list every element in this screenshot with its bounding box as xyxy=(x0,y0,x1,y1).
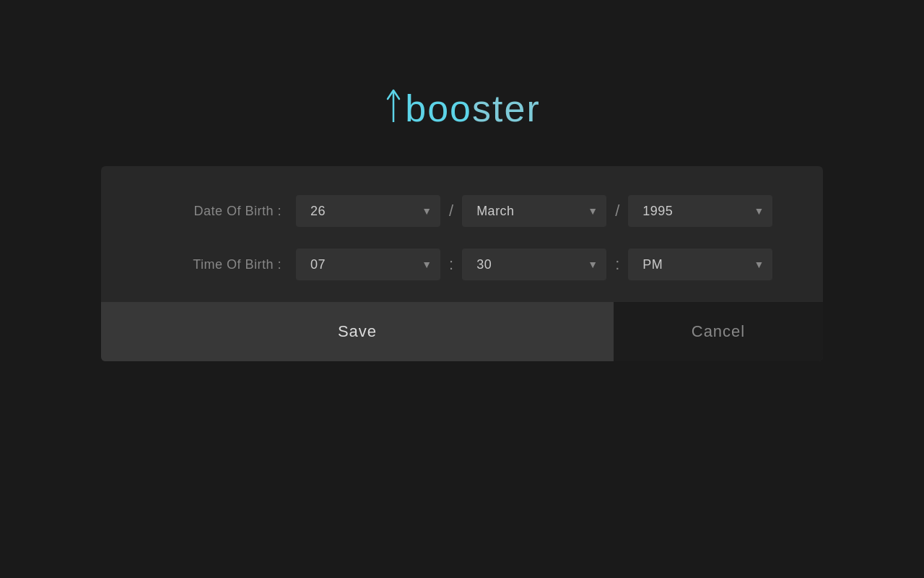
save-button[interactable]: Save xyxy=(101,302,614,361)
day-select[interactable]: 0102030405060708091011121314151617181920… xyxy=(296,195,440,227)
logo-text: booster xyxy=(405,87,540,130)
hour-select-wrapper: 010203040506070809101112 ▼ xyxy=(296,249,440,280)
time-of-birth-label: Time Of Birth : xyxy=(137,257,282,272)
minute-select[interactable]: 000510152025303540455055 xyxy=(462,249,606,280)
logo-oo: oo xyxy=(427,87,472,129)
time-of-birth-row: Time Of Birth : 010203040506070809101112… xyxy=(137,249,787,280)
time-separator-1: : xyxy=(449,255,453,274)
ampm-select-wrapper: AMPM ▼ xyxy=(628,249,772,280)
logo-arrow-icon xyxy=(383,86,404,129)
month-select-wrapper: JanuaryFebruaryMarchAprilMayJuneJulyAugu… xyxy=(462,195,606,227)
form-container: Date Of Birth : 010203040506070809101112… xyxy=(101,166,823,361)
logo: booster xyxy=(383,87,540,130)
date-separator-2: / xyxy=(615,202,619,220)
month-select[interactable]: JanuaryFebruaryMarchAprilMayJuneJulyAugu… xyxy=(462,195,606,227)
hour-select[interactable]: 010203040506070809101112 xyxy=(296,249,440,280)
year-select[interactable]: 1990199119921993199419951996199719981999… xyxy=(628,195,772,227)
time-separator-2: : xyxy=(615,255,619,274)
logo-b: b xyxy=(405,87,427,129)
cancel-button[interactable]: Cancel xyxy=(614,302,823,361)
date-of-birth-row: Date Of Birth : 010203040506070809101112… xyxy=(137,195,787,227)
day-select-wrapper: 0102030405060708091011121314151617181920… xyxy=(296,195,440,227)
logo-ster: ster xyxy=(472,87,541,129)
minute-select-wrapper: 000510152025303540455055 ▼ xyxy=(462,249,606,280)
date-of-birth-label: Date Of Birth : xyxy=(137,204,282,219)
button-row: Save Cancel xyxy=(101,302,823,361)
date-separator-1: / xyxy=(449,202,453,220)
ampm-select[interactable]: AMPM xyxy=(628,249,772,280)
year-select-wrapper: 1990199119921993199419951996199719981999… xyxy=(628,195,772,227)
